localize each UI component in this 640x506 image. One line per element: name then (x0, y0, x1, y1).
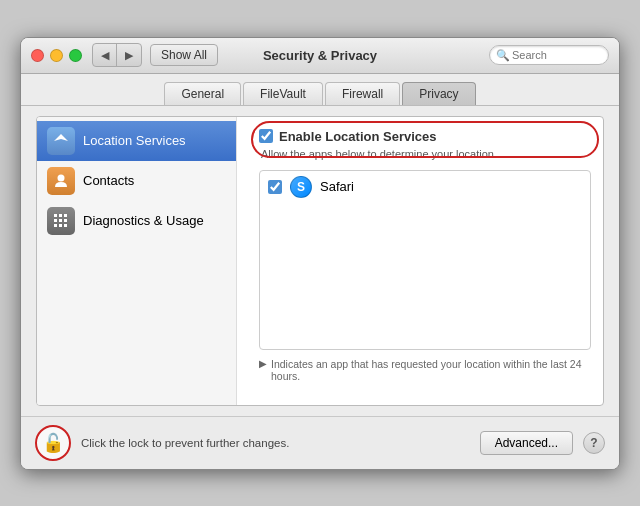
tab-filevault[interactable]: FileVault (243, 82, 323, 105)
safari-checkbox[interactable] (268, 180, 282, 194)
apps-list: S Safari (259, 170, 591, 350)
nav-buttons: ◀ ▶ (92, 43, 142, 67)
sidebar-item-contacts[interactable]: Contacts (37, 161, 236, 201)
tab-firewall[interactable]: Firewall (325, 82, 400, 105)
sidebar-label-location: Location Services (83, 133, 186, 148)
lock-text: Click the lock to prevent further change… (81, 437, 470, 449)
app-row-safari: S Safari (260, 171, 590, 203)
minimize-button[interactable] (50, 49, 63, 62)
back-button[interactable]: ◀ (93, 44, 117, 66)
right-panel: Enable Location Services Allow the apps … (247, 117, 603, 405)
location-services-icon (47, 127, 75, 155)
enable-location-label: Enable Location Services (279, 129, 437, 144)
enable-location-section: Enable Location Services Allow the apps … (259, 129, 591, 160)
sidebar: Location Services Contacts (37, 117, 237, 405)
svg-rect-5 (54, 219, 57, 222)
diagnostics-icon (47, 207, 75, 235)
content-area: Location Services Contacts (36, 116, 604, 406)
tab-general[interactable]: General (164, 82, 241, 105)
svg-rect-10 (64, 224, 67, 227)
lock-button[interactable]: 🔓 (35, 425, 71, 461)
search-icon: 🔍 (496, 49, 510, 62)
tab-privacy[interactable]: Privacy (402, 82, 475, 105)
search-box[interactable]: 🔍 (489, 45, 609, 65)
hint-text: Indicates an app that has requested your… (271, 358, 591, 382)
contacts-icon (47, 167, 75, 195)
tabs-bar: General FileVault Firewall Privacy (21, 74, 619, 105)
svg-rect-2 (54, 214, 57, 217)
advanced-button[interactable]: Advanced... (480, 431, 573, 455)
sidebar-item-location-services[interactable]: Location Services (37, 121, 236, 161)
bottom-bar: 🔓 Click the lock to prevent further chan… (21, 416, 619, 469)
help-button[interactable]: ? (583, 432, 605, 454)
safari-label: Safari (320, 179, 354, 194)
enable-location-checkbox[interactable] (259, 129, 273, 143)
svg-rect-8 (54, 224, 57, 227)
enable-row: Enable Location Services (259, 129, 591, 144)
svg-rect-7 (64, 219, 67, 222)
svg-rect-4 (64, 214, 67, 217)
traffic-lights (31, 49, 82, 62)
main-window: ◀ ▶ Show All Security & Privacy 🔍 Genera… (20, 37, 620, 470)
enable-subtitle: Allow the apps below to determine your l… (261, 148, 591, 160)
maximize-button[interactable] (69, 49, 82, 62)
svg-marker-0 (54, 134, 68, 141)
close-button[interactable] (31, 49, 44, 62)
hint-row: ▶ Indicates an app that has requested yo… (259, 358, 591, 382)
sidebar-label-contacts: Contacts (83, 173, 134, 188)
window-title: Security & Privacy (263, 48, 377, 63)
svg-rect-3 (59, 214, 62, 217)
titlebar: ◀ ▶ Show All Security & Privacy 🔍 (21, 38, 619, 74)
sidebar-label-diagnostics: Diagnostics & Usage (83, 213, 204, 228)
search-input[interactable] (512, 49, 602, 61)
main-content: Location Services Contacts (21, 105, 619, 416)
hint-arrow-icon: ▶ (259, 358, 267, 369)
lock-icon: 🔓 (42, 432, 64, 454)
svg-rect-9 (59, 224, 62, 227)
svg-rect-6 (59, 219, 62, 222)
sidebar-item-diagnostics[interactable]: Diagnostics & Usage (37, 201, 236, 241)
svg-point-1 (58, 174, 65, 181)
forward-button[interactable]: ▶ (117, 44, 141, 66)
safari-icon: S (290, 176, 312, 198)
show-all-button[interactable]: Show All (150, 44, 218, 66)
